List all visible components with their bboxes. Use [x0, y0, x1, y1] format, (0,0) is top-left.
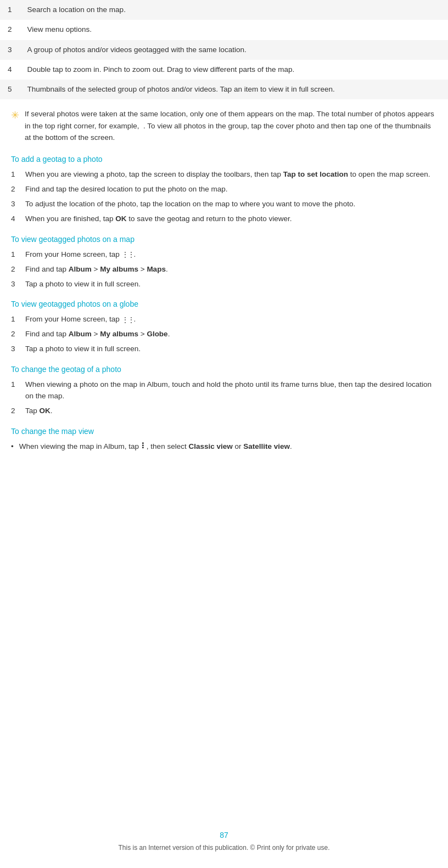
section-change-geotag: To change the geotag of a photo1When vie… [11, 365, 437, 417]
item-content: Find and tap Album > My albums > Globe. [25, 329, 437, 340]
list-item: 1From your Home screen, tap ⋮⋮. [11, 249, 437, 261]
item-content: When you are viewing a photo, tap the sc… [25, 169, 437, 181]
item-content: Tap a photo to view it in full screen. [25, 343, 437, 355]
list-item: 3Tap a photo to view it in full screen. [11, 279, 437, 290]
row-text: Thumbnails of the selected group of phot… [20, 80, 448, 99]
list-item: 3Tap a photo to view it in full screen. [11, 343, 437, 355]
list-item: 2Find and tap Album > My albums > Maps. [11, 264, 437, 275]
item-content: From your Home screen, tap ⋮⋮. [25, 249, 437, 261]
section-heading-view-on-map: To view geotagged photos on a map [11, 235, 437, 244]
item-num: 3 [11, 343, 19, 355]
list-item: 2Find and tap the desired location to pu… [11, 184, 437, 195]
list-item: 1When you are viewing a photo, tap the s… [11, 169, 437, 181]
row-num: 3 [0, 40, 20, 60]
list-item: •When viewing the map in Album, tap ⠇, t… [11, 441, 437, 453]
item-content: Tap OK. [25, 405, 437, 417]
page-footer: 87 This is an Internet version of this p… [0, 831, 448, 852]
section-heading-change-map-view: To change the map view [11, 427, 437, 436]
item-num: 2 [11, 264, 19, 275]
tip-text: If several photos were taken at the same… [25, 108, 437, 144]
list-item: 2Tap OK. [11, 405, 437, 417]
item-num: 1 [11, 249, 19, 261]
page-number: 87 [0, 831, 448, 839]
item-content: When viewing the map in Album, tap ⠇, th… [19, 441, 292, 453]
item-num: 3 [11, 279, 19, 290]
item-num: 2 [11, 329, 19, 340]
row-text: A group of photos and/or videos geotagge… [20, 40, 448, 60]
tip-box: ✳ If several photos were taken at the sa… [11, 108, 437, 144]
list-item: 4When you are finished, tap OK to save t… [11, 213, 437, 225]
row-text: Double tap to zoom in. Pinch to zoom out… [20, 60, 448, 80]
section-heading-view-on-globe: To view geotagged photos on a globe [11, 300, 437, 308]
item-content: When viewing a photo on the map in Album… [25, 379, 437, 402]
list-item: 1From your Home screen, tap ⋮⋮. [11, 314, 437, 325]
row-num: 4 [0, 60, 20, 80]
section-change-map-view: To change the map view•When viewing the … [11, 427, 437, 453]
section-heading-add-geotag: To add a geotag to a photo [11, 155, 437, 164]
item-num: 1 [11, 314, 19, 325]
row-text: View menu options. [20, 20, 448, 40]
item-content: Find and tap the desired location to put… [25, 184, 437, 195]
row-text: Search a location on the map. [20, 0, 448, 20]
section-heading-change-geotag: To change the geotag of a photo [11, 365, 437, 374]
footer-text: This is an Internet version of this publ… [0, 844, 448, 852]
item-num: 2 [11, 405, 19, 417]
table-row: 2View menu options. [0, 20, 448, 40]
section-view-on-globe: To view geotagged photos on a globe1From… [11, 300, 437, 355]
item-num: 4 [11, 213, 19, 225]
list-item: 3To adjust the location of the photo, ta… [11, 199, 437, 210]
item-content: Tap a photo to view it in full screen. [25, 279, 437, 290]
row-num: 5 [0, 80, 20, 99]
item-num: 2 [11, 184, 19, 195]
table-row: 5Thumbnails of the selected group of pho… [0, 80, 448, 99]
list-item: 1When viewing a photo on the map in Albu… [11, 379, 437, 402]
item-content: Find and tap Album > My albums > Maps. [25, 264, 437, 275]
list-item: 2Find and tap Album > My albums > Globe. [11, 329, 437, 340]
item-content: To adjust the location of the photo, tap… [25, 199, 437, 210]
tip-icon: ✳ [11, 109, 19, 121]
section-add-geotag: To add a geotag to a photo1When you are … [11, 155, 437, 225]
row-num: 2 [0, 20, 20, 40]
intro-table: 1Search a location on the map.2View menu… [0, 0, 448, 99]
section-view-on-map: To view geotagged photos on a map1From y… [11, 235, 437, 290]
item-num: 1 [11, 379, 19, 402]
table-row: 3A group of photos and/or videos geotagg… [0, 40, 448, 60]
item-num: 3 [11, 199, 19, 210]
row-num: 1 [0, 0, 20, 20]
table-row: 1Search a location on the map. [0, 0, 448, 20]
item-content: From your Home screen, tap ⋮⋮. [25, 314, 437, 325]
bullet-symbol: • [11, 441, 14, 453]
item-num: 1 [11, 169, 19, 181]
table-row: 4Double tap to zoom in. Pinch to zoom ou… [0, 60, 448, 80]
item-content: When you are finished, tap OK to save th… [25, 213, 437, 225]
